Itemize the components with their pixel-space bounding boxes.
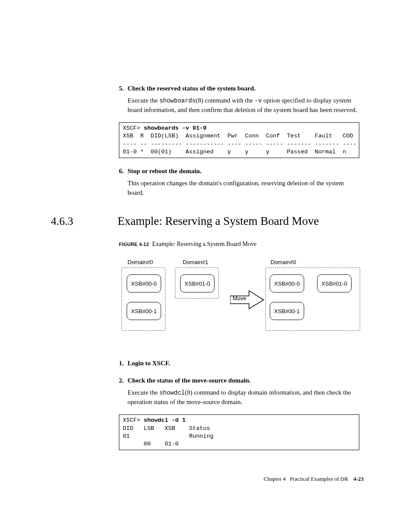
step-5: 5. Check the reserved status of the syst…: [119, 84, 364, 93]
command: showdcl -d 1: [144, 417, 186, 423]
figure-number: FIGURE 4-12: [119, 242, 149, 247]
chapter-label: Chapter 4: [264, 476, 286, 482]
domain-label: Domain#0: [271, 259, 296, 265]
step-6: 6. Stop or reboot the domain.: [119, 167, 364, 176]
figure-4-12: Domain#0 XSB#00-0 XSB#00-1 Domain#1 XSB#…: [119, 255, 360, 342]
xsb-box: XSB#00-0: [127, 274, 161, 292]
text: Execute the: [128, 389, 159, 396]
step-number: 5.: [119, 84, 128, 93]
page-number: 4-23: [348, 476, 364, 482]
command: showboards -v 01-0: [144, 125, 207, 131]
command-name: showboards: [159, 97, 196, 104]
prompt: XSCF>: [123, 125, 144, 131]
text: (8) command with the: [196, 97, 255, 104]
command-name: showdcl: [159, 389, 185, 396]
step-2: 2. Check the status of the move-source d…: [119, 376, 364, 386]
figure-caption: FIGURE 4-12 Example: Reserving a System …: [119, 241, 364, 248]
step-title: Check the status of the move-source doma…: [128, 376, 251, 386]
domain-label: Domain#0: [128, 259, 153, 265]
code-block-showdcl: XSCF> showdcl -d 1 DID LSB XSB Status 01…: [119, 414, 359, 450]
xsb-label: XSB#00-1: [274, 308, 299, 314]
xsb-box: XSB#00-0: [270, 274, 304, 292]
move-label: Move: [233, 295, 246, 302]
step-number: 6.: [119, 167, 128, 176]
output-row: 00 01-0: [123, 441, 179, 447]
xsb-label: XSB#01-0: [321, 280, 347, 287]
step-6-body: This operation changes the domain's conf…: [128, 179, 359, 198]
text: This operation changes the domain's conf…: [128, 180, 344, 196]
output-row: 01-0 * 00(01) Assigned y y y Passed Norm…: [123, 149, 346, 155]
step-number: 1.: [119, 359, 128, 368]
page: 5. Check the reserved status of the syst…: [0, 0, 411, 532]
step-title: Stop or reboot the domain.: [128, 167, 202, 176]
step-title: Login to XSCF.: [128, 359, 170, 368]
xsb-box: XSB#00-1: [270, 302, 304, 320]
output-row: XSB R DID(LSB) Assignment Pwr Conn Conf …: [123, 133, 353, 139]
step-number: 2.: [119, 376, 128, 386]
step-2-body: Execute the showdcl(8) command to displa…: [128, 388, 359, 407]
xsb-label: XSB#00-1: [131, 308, 156, 314]
xsb-label: XSB#01-0: [184, 280, 210, 287]
section-heading: 4.6.3 Example: Reserving a System Board …: [51, 215, 364, 228]
chapter-title: Practical Examples of DR: [290, 476, 348, 482]
section-number: 4.6.3: [51, 215, 118, 228]
xsb-label: XSB#00-0: [274, 280, 299, 287]
step-5-body: Execute the showboards(8) command with t…: [128, 96, 359, 115]
figure-title: Example: Reserving a System Board Move: [152, 241, 256, 247]
output-row: DID LSB XSB Status: [123, 425, 210, 432]
text: Execute the: [128, 97, 159, 104]
prompt: XSCF>: [123, 417, 144, 423]
code-block-showboards: XSCF> showboards -v 01-0 XSB R DID(LSB) …: [119, 122, 359, 158]
option-name: -v: [255, 97, 262, 104]
xsb-box: XSB#01-0: [180, 274, 215, 292]
page-footer: Chapter 4 Practical Examples of DR4-23: [264, 476, 364, 482]
xsb-box: XSB#01-0: [317, 274, 352, 292]
step-title: Check the reserved status of the system …: [128, 84, 255, 93]
step-1: 1. Login to XSCF.: [119, 359, 364, 368]
xsb-box: XSB#00-1: [127, 302, 161, 320]
section-title: Example: Reserving a System Board Move: [118, 215, 319, 228]
output-row: 01 Running: [123, 433, 214, 439]
domain-label: Domain#1: [183, 259, 208, 265]
xsb-label: XSB#00-0: [131, 280, 156, 287]
output-row: ---- -- --------- ----------- ---- -----…: [123, 141, 357, 147]
